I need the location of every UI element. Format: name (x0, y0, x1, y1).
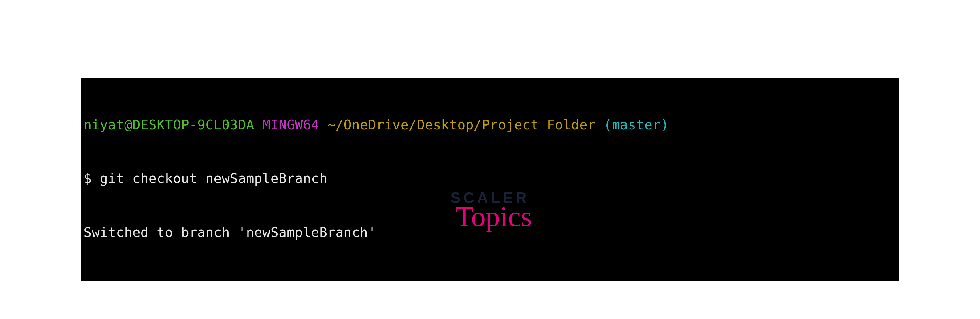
prompt-symbol: $ (84, 171, 100, 186)
prompt-branch: master (612, 117, 661, 133)
prompt-path: ~/OneDrive/Desktop/Project Folder (328, 117, 595, 133)
command-text: git checkout newSampleBranch (100, 171, 327, 186)
command-line: $ git checkout newSampleBranch (84, 170, 896, 187)
prompt-line: niyat@DESKTOP-9CL03DA MINGW64 ~/OneDrive… (84, 116, 896, 134)
terminal-window[interactable]: niyat@DESKTOP-9CL03DA MINGW64 ~/OneDrive… (81, 78, 899, 281)
prompt-branch-close: ) (661, 117, 669, 133)
brand-line2: Topics (455, 202, 532, 231)
page-root: niyat@DESKTOP-9CL03DA MINGW64 ~/OneDrive… (0, 0, 980, 319)
brand-logo: SCALER Topics (448, 190, 532, 231)
prompt-branch-open: ( (604, 117, 612, 133)
prompt-env: MINGW64 (262, 117, 319, 133)
prompt-user-host: niyat@DESKTOP-9CL03DA (84, 117, 254, 133)
